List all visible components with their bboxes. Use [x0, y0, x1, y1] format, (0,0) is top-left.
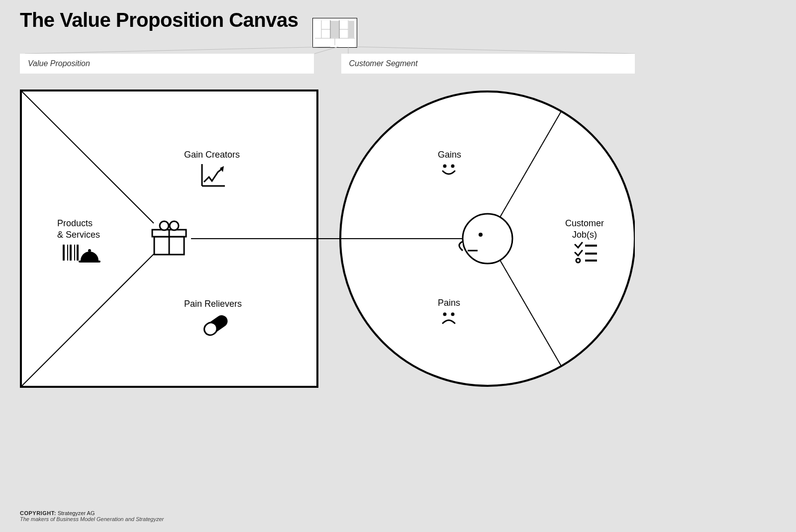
- svg-rect-37: [79, 261, 100, 263]
- footer-copyright-holder: Strategyzer AG: [58, 510, 95, 516]
- section-tabs: Value Proposition Customer Segment: [20, 54, 635, 74]
- tab-label: Customer Segment: [349, 59, 418, 68]
- svg-line-14: [314, 47, 338, 54]
- svg-point-47: [463, 214, 512, 264]
- tab-value-proposition: Value Proposition: [20, 54, 314, 74]
- label-pains: Pains: [438, 297, 460, 309]
- label-gains: Gains: [438, 149, 461, 161]
- footer: COPYRIGHT: Strategyzer AG The makers of …: [20, 510, 164, 522]
- footer-copyright-label: COPYRIGHT:: [20, 510, 56, 516]
- tab-label: Value Proposition: [28, 59, 90, 68]
- svg-point-50: [443, 165, 447, 168]
- svg-rect-9: [331, 21, 339, 38]
- label-pain-relievers: Pain Relievers: [184, 298, 242, 310]
- svg-point-38: [88, 249, 91, 252]
- mini-map: [312, 18, 357, 48]
- label-gain-creators: Gain Creators: [184, 149, 240, 161]
- footer-tagline: The makers of Business Model Generation …: [20, 516, 164, 522]
- svg-point-52: [443, 313, 447, 316]
- svg-point-26: [170, 221, 179, 230]
- svg-point-51: [451, 165, 455, 168]
- svg-line-13: [25, 47, 330, 54]
- gift-icon: [147, 217, 191, 261]
- page-title: The Value Proposition Canvas: [20, 9, 298, 31]
- svg-rect-10: [349, 21, 354, 38]
- svg-point-48: [479, 233, 483, 237]
- svg-point-53: [451, 313, 455, 316]
- svg-point-25: [160, 221, 169, 230]
- svg-line-16: [355, 47, 635, 54]
- tab-customer-segment: Customer Segment: [341, 54, 635, 74]
- label-products-services: Products& Services: [57, 218, 100, 240]
- canvas-diagram: Products& Services Gain Creators Pain Re…: [20, 89, 635, 388]
- label-customer-jobs: CustomerJob(s): [565, 218, 604, 240]
- page: The Value Proposition Canvas: [0, 0, 796, 532]
